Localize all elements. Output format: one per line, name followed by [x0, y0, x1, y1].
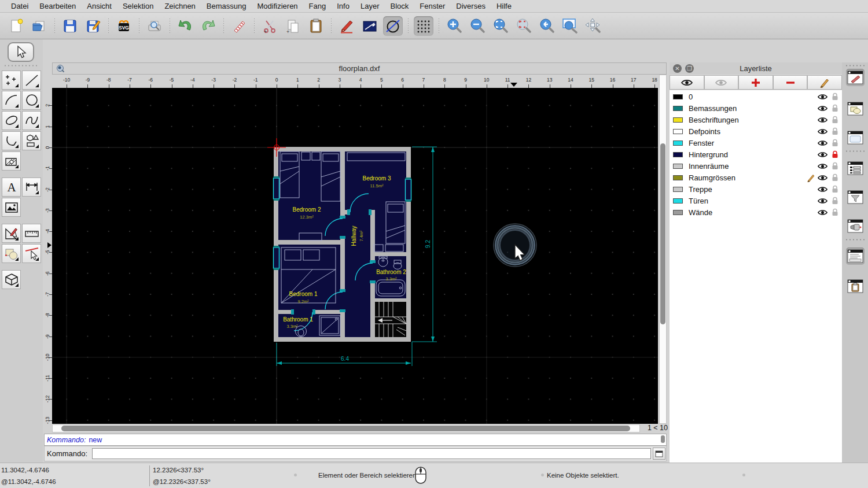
save-as-button[interactable]: [83, 16, 103, 36]
zoom-auto-button[interactable]: [491, 16, 510, 36]
zoom-window-button[interactable]: [560, 16, 580, 36]
layer-lock-icon[interactable]: [832, 139, 838, 147]
layer-row[interactable]: Bemassungen: [670, 102, 842, 114]
layer-panel-close-button[interactable]: ✕: [673, 64, 682, 73]
layer-visible-icon[interactable]: [818, 117, 827, 123]
vertical-scrollbar[interactable]: [659, 75, 667, 424]
select-entity-tool[interactable]: [22, 244, 41, 263]
hide-all-layers-button[interactable]: [704, 75, 739, 90]
command-input[interactable]: [92, 448, 651, 459]
polygon-tool[interactable]: [22, 131, 41, 150]
save-button[interactable]: [60, 16, 80, 36]
menu-item-info[interactable]: Info: [332, 2, 355, 10]
circle-tool[interactable]: [22, 91, 41, 110]
dock-entity-filter-button[interactable]: [846, 188, 865, 206]
new-drawing-button[interactable]: [6, 16, 26, 36]
menu-item-fang[interactable]: Fang: [304, 2, 332, 10]
delete-button[interactable]: [229, 16, 249, 36]
points-tool[interactable]: [2, 71, 21, 90]
remove-layer-button[interactable]: [773, 75, 808, 90]
layer-row[interactable]: Raumgrössen: [670, 172, 842, 183]
zoom-previous-button[interactable]: [514, 16, 534, 36]
dock-layer-list-button[interactable]: [846, 69, 865, 86]
line-attributes-button[interactable]: [360, 16, 380, 36]
layer-row[interactable]: Treppe: [670, 183, 842, 195]
hatch-tool[interactable]: [2, 151, 21, 171]
horizontal-scrollbar[interactable]: [52, 424, 640, 432]
menu-item-modifizieren[interactable]: Modifizieren: [252, 2, 303, 10]
layer-row[interactable]: Wände: [670, 206, 842, 218]
measure-tool[interactable]: [22, 224, 41, 243]
layer-visible-icon[interactable]: [818, 186, 827, 193]
add-layer-button[interactable]: [738, 75, 773, 90]
solid-3d-tool[interactable]: [2, 270, 21, 289]
menu-item-selektion[interactable]: Selektion: [117, 2, 159, 10]
copy-button[interactable]: +: [283, 16, 303, 36]
layer-lock-icon[interactable]: [832, 162, 838, 170]
dock-clipboard-button[interactable]: [846, 278, 865, 295]
layer-visible-icon[interactable]: [818, 163, 827, 169]
layer-visible-icon[interactable]: [818, 128, 827, 135]
layer-row[interactable]: Defpoints: [670, 125, 842, 137]
layer-lock-icon[interactable]: [832, 104, 838, 112]
menu-item-layer[interactable]: Layer: [355, 2, 385, 10]
layer-lock-icon[interactable]: [832, 150, 838, 158]
zoom-pan-button[interactable]: [583, 16, 603, 36]
menu-item-diverses[interactable]: Diverses: [451, 2, 491, 10]
paste-button[interactable]: [306, 16, 326, 36]
layer-lock-icon[interactable]: [832, 93, 838, 101]
layer-visible-icon[interactable]: [818, 209, 827, 216]
layer-visible-icon[interactable]: [818, 198, 827, 204]
layer-visible-icon[interactable]: [818, 175, 827, 181]
dock-block-list-button[interactable]: [846, 100, 865, 117]
layer-row[interactable]: Fenster: [670, 137, 842, 149]
drawing-canvas[interactable]: Bedroom 2 12.3m² Bedroom 3 11.5m² Hallwa…: [52, 88, 658, 424]
dock-library-browser-button[interactable]: [846, 129, 865, 146]
layer-lock-icon[interactable]: [832, 127, 838, 135]
text-tool[interactable]: A: [2, 178, 21, 197]
menu-item-block[interactable]: Block: [385, 2, 414, 10]
layer-visible-icon[interactable]: [818, 140, 827, 146]
menu-item-bemassung[interactable]: Bemassung: [201, 2, 252, 10]
undo-button[interactable]: [175, 16, 195, 36]
zoom-back-button[interactable]: [537, 16, 557, 36]
menu-item-zeichnen[interactable]: Zeichnen: [159, 2, 200, 10]
layer-row[interactable]: 0: [670, 91, 842, 102]
redo-button[interactable]: [198, 16, 218, 36]
arc-tool[interactable]: [2, 91, 21, 110]
export-svg-button[interactable]: SVG: [114, 16, 134, 36]
layer-row[interactable]: Beschriftungen: [670, 114, 842, 125]
horizontal-scrollbar-thumb[interactable]: [61, 426, 630, 431]
modify-tool[interactable]: [2, 244, 21, 263]
menu-item-hilfe[interactable]: Hilfe: [491, 2, 517, 10]
show-all-layers-button[interactable]: [670, 75, 704, 90]
print-preview-button[interactable]: [145, 16, 164, 36]
layer-lock-icon[interactable]: [832, 208, 838, 216]
cut-button[interactable]: +: [260, 16, 279, 36]
draw-tools-tool[interactable]: [2, 224, 21, 243]
draft-mode-toggle[interactable]: [383, 16, 403, 36]
layer-lock-icon[interactable]: [832, 116, 838, 124]
command-history-scrollbar[interactable]: [661, 435, 665, 445]
document-titlebar[interactable]: floorplan.dxf: [52, 62, 667, 75]
selection-tool-button[interactable]: [8, 42, 34, 62]
pen-button[interactable]: [337, 16, 356, 36]
dock-command-line-button[interactable]: [846, 247, 865, 265]
layer-row[interactable]: Türen: [670, 195, 842, 206]
layer-visible-icon[interactable]: [818, 94, 827, 100]
dock-highlight-button[interactable]: [846, 217, 865, 235]
layer-visible-icon[interactable]: [818, 151, 827, 158]
image-tool[interactable]: [2, 198, 21, 217]
menu-item-bearbeiten[interactable]: Bearbeiten: [34, 2, 81, 10]
layer-visible-icon[interactable]: [818, 105, 827, 112]
layer-row[interactable]: Hintergrund: [670, 149, 842, 160]
command-options-button[interactable]: [653, 448, 665, 460]
zoom-in-button[interactable]: [444, 16, 464, 36]
polyline-tool[interactable]: [2, 131, 21, 150]
ellipse-tool[interactable]: [2, 111, 21, 130]
edit-layer-button[interactable]: [807, 75, 842, 90]
open-drawing-button[interactable]: [30, 16, 49, 36]
layer-lock-icon[interactable]: [832, 197, 838, 205]
menu-item-fenster[interactable]: Fenster: [414, 2, 450, 10]
layer-row[interactable]: Innenräume: [670, 160, 842, 172]
